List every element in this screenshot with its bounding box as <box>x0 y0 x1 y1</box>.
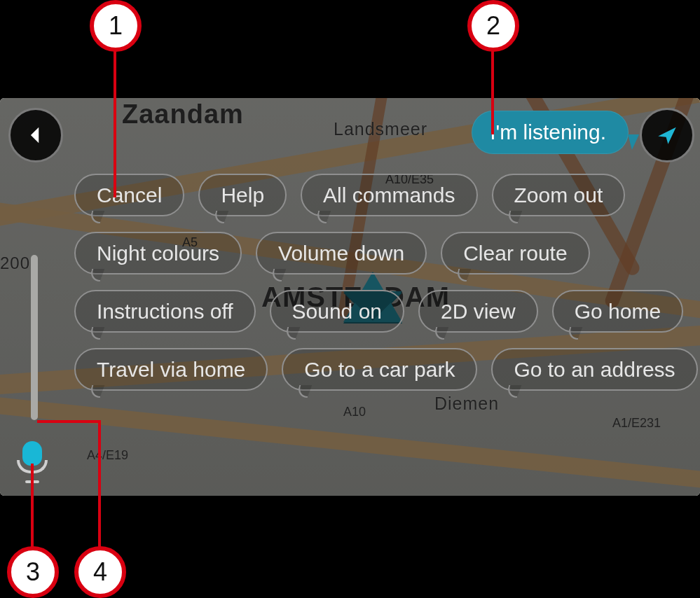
callout-leader-3 <box>31 464 34 549</box>
cmd-go-to-car-park[interactable]: Go to a car park <box>282 348 477 391</box>
callout-leader-1 <box>114 43 116 197</box>
callout-4: 4 <box>74 546 126 598</box>
cmd-sound-on[interactable]: Sound on <box>270 290 404 333</box>
cmd-cancel[interactable]: Cancel <box>74 174 184 216</box>
cmd-help[interactable]: Help <box>198 174 287 216</box>
recenter-button[interactable] <box>640 108 694 162</box>
cmd-go-home[interactable]: Go home <box>552 290 683 333</box>
command-row-3: Instructions off Sound on 2D view Go hom… <box>74 290 687 333</box>
back-button[interactable] <box>8 108 63 162</box>
navigation-arrow-icon <box>655 123 679 147</box>
callout-leader-4 <box>98 422 101 549</box>
voice-level-meter <box>31 255 38 420</box>
command-row-2: Night colours Volume down Clear route <box>74 232 687 274</box>
voice-command-suggestions: Cancel Help All commands Zoom out Night … <box>74 174 687 391</box>
cmd-night-colours[interactable]: Night colours <box>74 232 242 274</box>
back-arrow-icon <box>24 123 48 147</box>
cmd-instructions-off[interactable]: Instructions off <box>74 290 256 333</box>
cmd-all-commands[interactable]: All commands <box>301 174 477 216</box>
cmd-go-to-address[interactable]: Go to an address <box>491 348 697 391</box>
cmd-zoom-out[interactable]: Zoom out <box>492 174 626 216</box>
command-row-1: Cancel Help All commands Zoom out <box>74 174 687 216</box>
command-row-4: Travel via home Go to a car park Go to a… <box>74 348 687 391</box>
cmd-2d-view[interactable]: 2D view <box>418 290 538 333</box>
cmd-travel-via-home[interactable]: Travel via home <box>74 348 268 391</box>
callout-1: 1 <box>90 0 142 52</box>
cmd-clear-route[interactable]: Clear route <box>441 232 589 274</box>
navigation-screen: Zaandam Landsmeer AMSTERDAM Diemen 200 A… <box>0 98 700 496</box>
callout-leader-2 <box>491 43 494 134</box>
callout-leader-4b <box>37 420 101 423</box>
listening-status-bubble: I'm listening. <box>472 111 629 154</box>
cmd-volume-down[interactable]: Volume down <box>256 232 427 274</box>
callout-3: 3 <box>7 546 59 598</box>
callout-2: 2 <box>467 0 519 52</box>
